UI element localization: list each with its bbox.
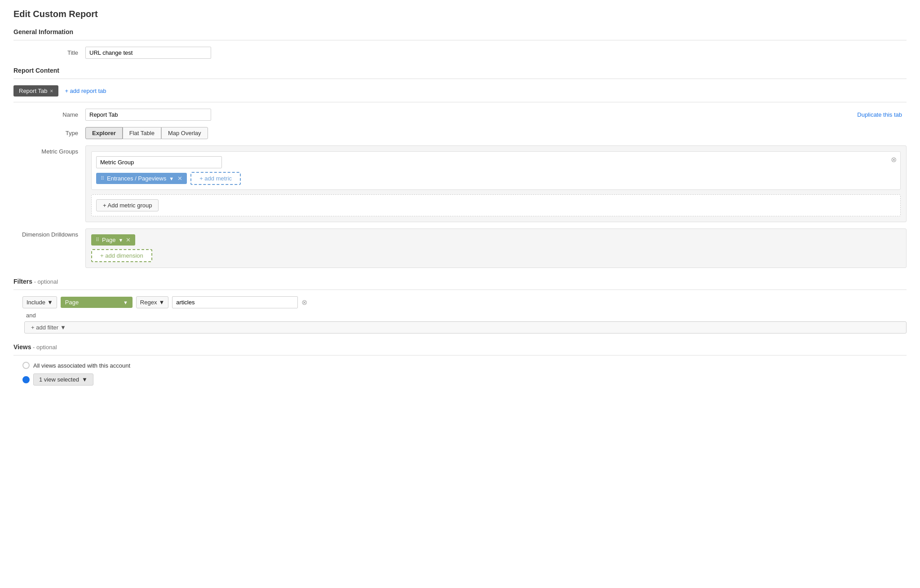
dimension-content: ⠿ Page ▼ ✕ + add dimension [85, 228, 907, 268]
filter-regex-label: Regex [140, 299, 157, 306]
tab-name-input[interactable] [85, 109, 211, 121]
all-views-radio[interactable] [22, 362, 30, 369]
dimension-chip-close[interactable]: ✕ [126, 237, 131, 243]
add-filter-arrow: ▼ [60, 324, 66, 331]
metric-groups-content: ⊗ ⠿ Entrances / Pageviews ▼ ✕ + add metr… [85, 145, 907, 222]
add-filter-btn[interactable]: + add filter ▼ [24, 321, 907, 333]
general-info-title: General Information [13, 28, 907, 35]
metric-groups-label: Metric Groups [13, 145, 85, 155]
tab-content-area: Name Duplicate this tab Type Explorer Fl… [13, 102, 907, 268]
title-input[interactable] [85, 47, 211, 59]
add-filter-label: + add filter [31, 324, 58, 331]
filters-content: Include ▼ Page ▼ Regex ▼ ⊗ and + add fil… [22, 296, 907, 333]
tab-type-row: Type Explorer Flat Table Map Overlay [13, 127, 907, 139]
close-tab-icon[interactable]: × [50, 88, 53, 94]
report-content-section: Report Content Report Tab × + add report… [13, 67, 907, 268]
add-filter-area: + add filter ▼ [24, 321, 907, 333]
dimension-drilldowns-row: Dimension Drilldowns ⠿ Page ▼ ✕ + add di… [13, 228, 907, 268]
filters-optional: - optional [34, 278, 58, 285]
filter-page-label: Page [65, 299, 79, 306]
views-section: Views - optional All views associated wi… [13, 343, 907, 386]
metric-chip-close[interactable]: ✕ [177, 175, 182, 182]
filter-page-chip[interactable]: Page ▼ [61, 297, 133, 308]
filter-page-arrow: ▼ [123, 300, 128, 305]
dimension-area: ⠿ Page ▼ ✕ + add dimension [85, 228, 907, 268]
tab-name-content: Duplicate this tab [85, 109, 907, 121]
filter-row-1: Include ▼ Page ▼ Regex ▼ ⊗ [22, 296, 907, 308]
dimension-chip-page[interactable]: ⠿ Page ▼ ✕ [91, 234, 135, 246]
filter-include-arrow: ▼ [47, 299, 53, 306]
general-information-section: General Information Title [13, 28, 907, 59]
metric-groups-area: ⊗ ⠿ Entrances / Pageviews ▼ ✕ + add metr… [85, 145, 907, 222]
filter-remove-btn[interactable]: ⊗ [301, 298, 307, 307]
tab-name-label: Name [13, 109, 85, 118]
type-map-overlay-btn[interactable]: Map Overlay [161, 127, 208, 139]
type-buttons: Explorer Flat Table Map Overlay [85, 127, 907, 139]
views-optional: - optional [33, 344, 57, 351]
add-dimension-btn[interactable]: + add dimension [91, 249, 152, 262]
view-selected-arrow: ▼ [82, 376, 88, 383]
metric-chip-label: Entrances / Pageviews [107, 175, 166, 182]
title-label: Title [13, 47, 85, 56]
filter-value-input[interactable] [172, 296, 298, 308]
metric-chip-arrow[interactable]: ▼ [169, 176, 174, 181]
dimension-label: Dimension Drilldowns [13, 228, 85, 238]
dimension-chip-arrow[interactable]: ▼ [118, 237, 123, 243]
remove-group-btn[interactable]: ⊗ [891, 155, 897, 164]
view-selected-radio-row: 1 view selected ▼ [22, 373, 907, 386]
views-heading: Views - optional [13, 343, 907, 351]
all-views-radio-row: All views associated with this account [22, 362, 907, 369]
metric-group-box: ⊗ ⠿ Entrances / Pageviews ▼ ✕ + add metr… [91, 151, 901, 190]
dimension-chip-label: Page [102, 237, 115, 243]
add-metric-btn[interactable]: + add metric [190, 172, 241, 185]
metric-group-name-input[interactable] [96, 156, 222, 168]
view-selected-label: 1 view selected [39, 376, 79, 383]
add-metric-group-area: + Add metric group [91, 194, 901, 216]
filters-heading: Filters - optional [13, 278, 907, 285]
filter-regex-arrow: ▼ [159, 299, 164, 306]
tabs-bar: Report Tab × + add report tab [13, 85, 907, 97]
filters-section: Filters - optional Include ▼ Page ▼ Rege… [13, 278, 907, 333]
metric-chip-entrances[interactable]: ⠿ Entrances / Pageviews ▼ ✕ [96, 173, 187, 184]
filter-regex-select[interactable]: Regex ▼ [136, 296, 168, 308]
views-content: All views associated with this account 1… [13, 362, 907, 386]
and-label: and [26, 312, 907, 319]
tab-name-row: Name Duplicate this tab [13, 109, 907, 121]
add-report-tab-link[interactable]: + add report tab [65, 88, 106, 94]
metric-chips: ⠿ Entrances / Pageviews ▼ ✕ + add metric [96, 172, 896, 185]
filter-include-select[interactable]: Include ▼ [22, 296, 57, 308]
view-selected-btn[interactable]: 1 view selected ▼ [33, 373, 93, 386]
view-selected-radio[interactable] [22, 376, 30, 383]
filter-include-label: Include [27, 299, 45, 306]
all-views-label: All views associated with this account [33, 362, 130, 369]
title-row: Title [13, 47, 907, 59]
page-title: Edit Custom Report [13, 9, 907, 19]
filters-title: Filters [13, 278, 32, 285]
and-add-filter-area: and + add filter ▼ [24, 312, 907, 333]
active-tab[interactable]: Report Tab × [13, 85, 58, 97]
tab-type-content: Explorer Flat Table Map Overlay [85, 127, 907, 139]
drag-icon: ⠿ [96, 237, 99, 243]
add-metric-group-btn[interactable]: + Add metric group [96, 199, 159, 211]
report-content-title: Report Content [13, 67, 907, 74]
type-flat-table-btn[interactable]: Flat Table [123, 127, 161, 139]
metric-groups-row: Metric Groups ⊗ ⠿ Entrances / Pageviews … [13, 145, 907, 222]
drag-icon: ⠿ [101, 176, 104, 181]
type-explorer-btn[interactable]: Explorer [85, 127, 123, 139]
views-title: Views [13, 343, 31, 351]
active-tab-label: Report Tab [19, 88, 47, 94]
title-content [85, 47, 907, 59]
duplicate-tab-link[interactable]: Duplicate this tab [857, 111, 907, 118]
tab-type-label: Type [13, 127, 85, 136]
